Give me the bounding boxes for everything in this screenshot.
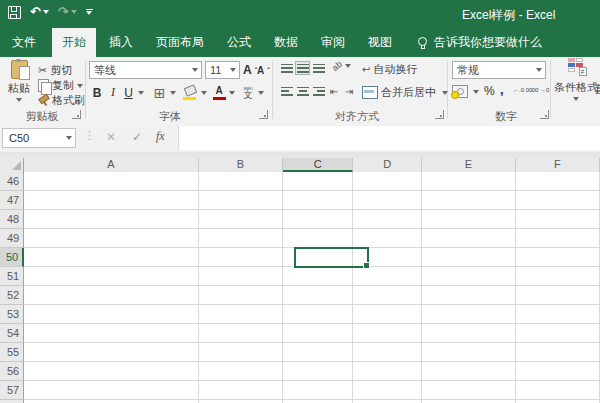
cell-A47[interactable] xyxy=(24,191,199,210)
tab-insert[interactable]: 插入 xyxy=(99,28,143,57)
format-painter-button[interactable]: 格式刷 xyxy=(38,93,85,108)
column-header-D[interactable]: D xyxy=(353,158,422,172)
cell-B55[interactable] xyxy=(199,343,283,362)
cell-C53[interactable] xyxy=(283,305,353,324)
cell-A49[interactable] xyxy=(24,229,199,248)
merge-center-button[interactable]: 合并后居中 xyxy=(362,85,448,100)
cell-B52[interactable] xyxy=(199,286,283,305)
format-as-table-button-clipped[interactable]: 套 xyxy=(594,82,600,97)
cell-C52[interactable] xyxy=(283,286,353,305)
cell-F54[interactable] xyxy=(516,324,600,343)
row-header-55[interactable]: 55 xyxy=(0,343,24,362)
cell-D46[interactable] xyxy=(353,172,422,191)
paste-button[interactable]: 粘贴 xyxy=(3,60,35,102)
cell-E46[interactable] xyxy=(422,172,515,191)
row-header-46[interactable]: 46 xyxy=(0,172,24,191)
tab-data[interactable]: 数据 xyxy=(264,28,308,57)
alignment-dialog-launcher[interactable] xyxy=(435,110,444,119)
cell-B48[interactable] xyxy=(199,210,283,229)
undo-button[interactable]: ↶ xyxy=(30,5,49,19)
cell-E54[interactable] xyxy=(422,324,515,343)
comma-style-button[interactable]: , xyxy=(500,82,504,97)
cell-D47[interactable] xyxy=(353,191,422,210)
tab-view[interactable]: 视图 xyxy=(358,28,402,57)
percent-style-button[interactable]: % xyxy=(484,84,495,98)
cancel-button[interactable]: ✕ xyxy=(106,130,116,144)
tell-me-box[interactable]: 告诉我你想要做什么 xyxy=(416,28,542,57)
cell-B50[interactable] xyxy=(199,248,283,267)
cell-A56[interactable] xyxy=(24,362,199,381)
row-header-48[interactable]: 48 xyxy=(0,210,24,229)
cell-A55[interactable] xyxy=(24,343,199,362)
cell-D49[interactable] xyxy=(353,229,422,248)
cell-F47[interactable] xyxy=(516,191,600,210)
cell-E50[interactable] xyxy=(422,248,515,267)
cell-E56[interactable] xyxy=(422,362,515,381)
align-left-button[interactable] xyxy=(279,84,294,98)
align-right-button[interactable] xyxy=(311,84,326,98)
tab-home[interactable]: 开始 xyxy=(52,28,96,57)
shrink-font-button[interactable]: Aˇ xyxy=(257,65,270,76)
cell-D51[interactable] xyxy=(353,267,422,286)
number-dialog-launcher[interactable] xyxy=(540,110,549,119)
align-middle-button[interactable] xyxy=(295,61,310,75)
cell-D57[interactable] xyxy=(353,381,422,400)
increase-decimal-button[interactable]: ←.0 00 xyxy=(513,87,529,93)
cell-C46[interactable] xyxy=(283,172,353,191)
font-name-combo[interactable]: 等线 xyxy=(89,61,202,79)
enter-button[interactable]: ✓ xyxy=(132,130,142,144)
font-color-dropdown[interactable] xyxy=(227,83,237,102)
cell-D48[interactable] xyxy=(353,210,422,229)
conditional-formatting-button[interactable]: 条件格式 xyxy=(553,58,599,101)
phonetic-dropdown[interactable] xyxy=(256,83,266,102)
select-all-button[interactable] xyxy=(0,158,24,172)
cut-button[interactable]: ✂ 剪切 xyxy=(38,63,72,78)
row-header-50[interactable]: 50 xyxy=(0,248,24,267)
borders-button[interactable]: ⊞ xyxy=(151,83,168,102)
cell-F46[interactable] xyxy=(516,172,600,191)
cell-D54[interactable] xyxy=(353,324,422,343)
cell-F57[interactable] xyxy=(516,381,600,400)
cell-A52[interactable] xyxy=(24,286,199,305)
cell-E51[interactable] xyxy=(422,267,515,286)
cell-D56[interactable] xyxy=(353,362,422,381)
borders-dropdown[interactable] xyxy=(168,83,178,102)
number-format-combo[interactable]: 常规 xyxy=(452,61,546,79)
column-header-C[interactable]: C xyxy=(283,158,353,172)
cell-E52[interactable] xyxy=(422,286,515,305)
cell-B49[interactable] xyxy=(199,229,283,248)
underline-dropdown[interactable] xyxy=(136,83,146,102)
font-dialog-launcher[interactable] xyxy=(259,110,268,119)
cell-C51[interactable] xyxy=(283,267,353,286)
row-header-51[interactable]: 51 xyxy=(0,267,24,286)
decrease-indent-button[interactable]: ⇤ xyxy=(330,86,338,97)
cell-C57[interactable] xyxy=(283,381,353,400)
name-box[interactable]: C50 xyxy=(2,128,76,148)
fill-handle[interactable] xyxy=(363,262,370,269)
cell-F49[interactable] xyxy=(516,229,600,248)
increase-indent-button[interactable]: ⇥ xyxy=(345,86,353,97)
save-button[interactable] xyxy=(8,6,21,19)
cell-F51[interactable] xyxy=(516,267,600,286)
font-color-button[interactable]: A xyxy=(211,83,227,102)
font-size-combo[interactable]: 11 xyxy=(205,61,240,79)
cell-E47[interactable] xyxy=(422,191,515,210)
column-header-B[interactable]: B xyxy=(199,158,283,172)
cell-E57[interactable] xyxy=(422,381,515,400)
cell-B54[interactable] xyxy=(199,324,283,343)
align-top-button[interactable] xyxy=(279,61,294,75)
cell-B57[interactable] xyxy=(199,381,283,400)
fill-color-button[interactable] xyxy=(181,83,199,102)
italic-button[interactable]: I xyxy=(107,83,119,102)
cell-F53[interactable] xyxy=(516,305,600,324)
cell-A46[interactable] xyxy=(24,172,199,191)
accounting-format-button[interactable] xyxy=(452,85,479,98)
row-header-49[interactable]: 49 xyxy=(0,229,24,248)
formula-input[interactable] xyxy=(178,126,600,150)
copy-button[interactable]: 复制 xyxy=(38,78,83,93)
row-header-52[interactable]: 52 xyxy=(0,286,24,305)
cell-C49[interactable] xyxy=(283,229,353,248)
cell-F56[interactable] xyxy=(516,362,600,381)
tab-file[interactable]: 文件 xyxy=(0,28,48,57)
cell-A48[interactable] xyxy=(24,210,199,229)
